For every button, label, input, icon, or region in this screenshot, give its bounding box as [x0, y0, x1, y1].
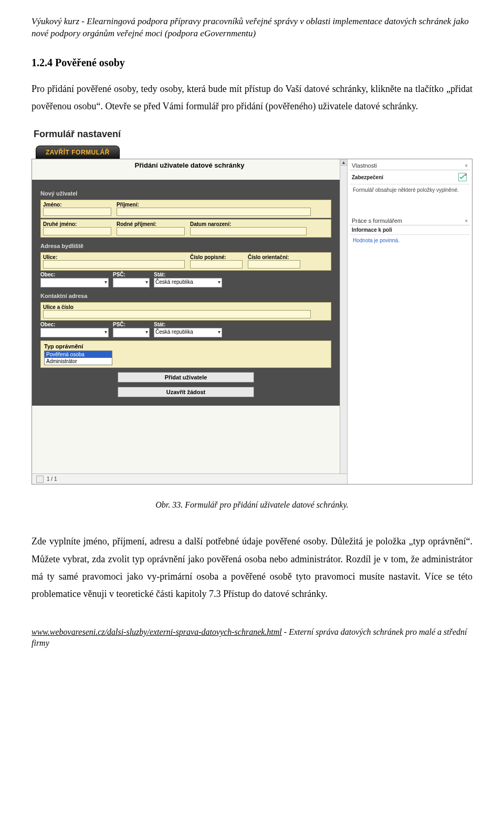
- label-ulice-cislo: Ulice a číslo: [43, 304, 329, 310]
- form-window: Přidání uživatele datové schránky Nový u…: [32, 159, 472, 484]
- input-jmeno[interactable]: [43, 208, 111, 216]
- label-obec: Obec:: [40, 272, 109, 277]
- label-psc2: PSČ:: [113, 322, 150, 327]
- permission-option-selected[interactable]: Pověřená osoba: [45, 351, 112, 358]
- section-kontakt: Kontaktní adresa: [40, 293, 331, 299]
- label-jmeno: Jméno:: [43, 202, 111, 208]
- label-cp: Číslo popisné:: [190, 254, 243, 260]
- form-dark-panel: Nový uživatel Jméno: Příjmení: Druhé jmé…: [32, 180, 340, 406]
- section-adresa: Adresa bydliště: [40, 243, 331, 249]
- permission-option[interactable]: Administrátor: [45, 358, 112, 365]
- close-form-tab[interactable]: ZAVŘÍT FORMULÁŘ: [36, 146, 120, 159]
- side-panel2-header: Práce s formulářem ×: [350, 217, 470, 225]
- label-typ-opravneni: Typ oprávnění: [44, 343, 328, 349]
- side-panel1-sub: Zabezpečení: [350, 170, 470, 184]
- input-rodne[interactable]: [117, 227, 185, 235]
- select-psc[interactable]: [113, 278, 150, 287]
- typ-opravneni-block: Typ oprávnění Pověřená osoba Administrát…: [40, 341, 331, 368]
- side-panel1-sub-label: Zabezpečení: [352, 174, 383, 180]
- status-bar: 1 / 1: [32, 473, 347, 484]
- label-prijmeni: Příjmení:: [117, 202, 311, 208]
- select-stat2[interactable]: Česká republika: [154, 328, 222, 337]
- side-panel1-header: Vlastnosti ×: [350, 161, 470, 170]
- footer: www.webovareseni.cz/dalsi-sluzby/externi…: [32, 626, 472, 649]
- vertical-scrollbar[interactable]: [340, 159, 347, 484]
- embedded-screenshot: Formulář nastavení ZAVŘÍT FORMULÁŘ Přidá…: [32, 129, 472, 484]
- close-icon[interactable]: ×: [465, 218, 468, 224]
- row-name2: Druhé jméno: Rodné příjmení: Datum naroz…: [40, 219, 331, 238]
- permission-list[interactable]: Pověřená osoba Administrátor: [44, 351, 112, 365]
- footer-url[interactable]: www.webovareseni.cz/dalsi-sluzby/externi…: [32, 627, 282, 636]
- input-datum[interactable]: [190, 227, 307, 235]
- label-rodne: Rodné příjmení:: [117, 221, 185, 227]
- select-psc2[interactable]: [113, 328, 150, 337]
- page-header: Výukový kurz - Elearningová podpora příp…: [32, 16, 472, 40]
- input-cp[interactable]: [190, 260, 243, 269]
- select-stat[interactable]: Česká republika: [154, 278, 222, 287]
- security-icon: [457, 172, 468, 182]
- input-prijmeni[interactable]: [117, 208, 311, 216]
- row-obec: Obec: PSČ: Stát:Česká republika: [40, 272, 331, 287]
- side-panel: Vlastnosti × Zabezpečení Formulář obsahu…: [347, 159, 472, 484]
- figure-caption: Obr. 33. Formulář pro přidání uživatele …: [32, 500, 472, 510]
- form-main-area: Přidání uživatele datové schránky Nový u…: [32, 159, 347, 484]
- form-heading: Přidání uživatele datové schránky: [32, 159, 347, 174]
- label-obec2: Obec:: [40, 322, 109, 327]
- body-paragraph-2: Zde vyplníte jméno, příjmení, adresu a d…: [32, 533, 472, 603]
- side-panel1-text: Formulář obsahuje některé položky vyplně…: [350, 184, 470, 195]
- label-stat2: Stát:: [154, 322, 222, 327]
- side-panel2-sub-label: Informace k poli: [352, 227, 392, 233]
- row-obec2: Obec: PSČ: Stát:Česká republika: [40, 322, 331, 337]
- label-datum: Datum narození:: [190, 221, 307, 227]
- intro-paragraph: Pro přidání pověřené osoby, tedy osoby, …: [32, 80, 472, 116]
- row-ulice-cislo: Ulice a číslo: [40, 302, 331, 321]
- select-obec[interactable]: [40, 278, 109, 287]
- add-user-button[interactable]: Přidat uživatele: [118, 372, 254, 383]
- input-ulice[interactable]: [43, 260, 185, 269]
- stat2-value: Česká republika: [155, 329, 193, 335]
- side-panel1-title: Vlastnosti: [352, 162, 377, 169]
- side-panel2-text: Hodnota je povinná.: [350, 235, 470, 246]
- close-icon[interactable]: ×: [465, 163, 468, 169]
- side-panel2-title: Práce s formulářem: [352, 218, 402, 224]
- row-ulice: Ulice: Číslo popisné: Číslo orientační:: [40, 252, 331, 271]
- section-heading: 1.2.4 Pověřené osoby: [32, 57, 472, 69]
- input-co[interactable]: [248, 260, 300, 269]
- label-ulice: Ulice:: [43, 254, 185, 260]
- label-psc: PSČ:: [113, 272, 150, 277]
- input-druhe[interactable]: [43, 227, 111, 235]
- input-ulice-cislo[interactable]: [43, 310, 311, 318]
- page-indicator: 1 / 1: [47, 476, 57, 482]
- label-co: Číslo orientační:: [248, 254, 300, 260]
- side-panel2-sub: Informace k poli: [350, 225, 470, 235]
- stat-value: Česká republika: [155, 279, 193, 285]
- label-druhe: Druhé jméno:: [43, 221, 111, 227]
- section-new-user: Nový uživatel: [40, 190, 331, 197]
- page-icon: [36, 476, 44, 483]
- close-request-button[interactable]: Uzavřít žádost: [118, 387, 254, 397]
- label-stat: Stát:: [154, 272, 222, 277]
- form-settings-title: Formulář nastavení: [32, 129, 472, 144]
- tab-bar: ZAVŘÍT FORMULÁŘ: [32, 144, 472, 159]
- select-obec2[interactable]: [40, 328, 109, 337]
- row-name: Jméno: Příjmení:: [40, 200, 331, 218]
